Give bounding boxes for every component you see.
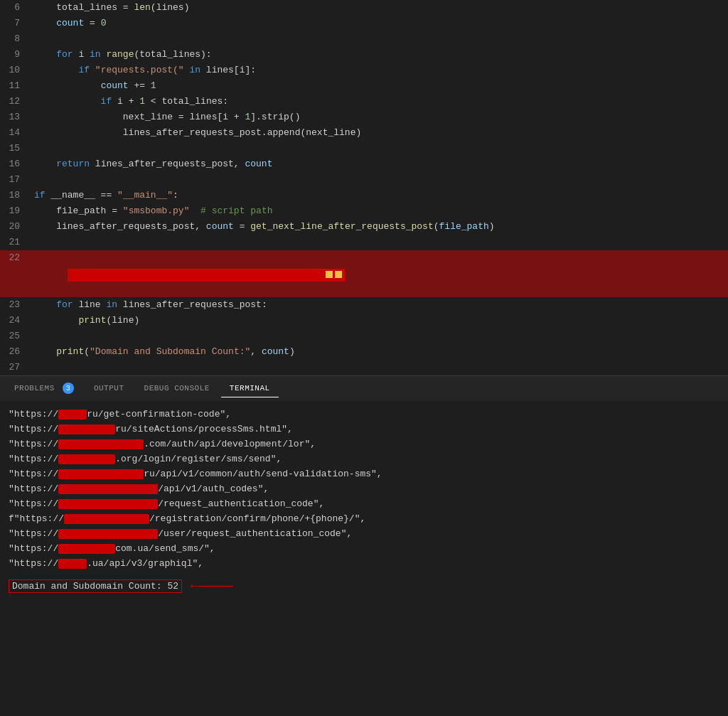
- line-num-13: 13: [0, 109, 28, 125]
- line-content-6: total_lines = len(lines): [28, 0, 728, 16]
- line-num-25: 25: [0, 328, 28, 344]
- terminal-line-4: "https://​.org/login/register/sms/send",: [9, 451, 719, 466]
- tab-problems[interactable]: PROBLEMS 3: [6, 378, 82, 399]
- line-content-10: if "requests.post(" in lines[i]:: [28, 63, 728, 78]
- code-line-10: 10 if "requests.post(" in lines[i]:: [0, 63, 728, 78]
- line-content-18: if __name__ == "__main__":: [28, 188, 728, 203]
- code-editor: 6 total_lines = len(lines) 7 count = 0 8…: [0, 0, 728, 375]
- redacted-8: ​: [64, 514, 149, 524]
- terminal-line-9: "https://​/user/request_authentication_c…: [9, 526, 719, 541]
- terminal-line-3: "https://​.com/auth/api/development/lor"…: [9, 437, 719, 451]
- terminal-line-1: "https://​ru/get-confirmation-code",: [9, 407, 719, 422]
- panel-tabs: PROBLEMS 3 OUTPUT DEBUG CONSOLE TERMINAL: [0, 376, 728, 401]
- code-line-18: 18 if __name__ == "__main__":: [0, 188, 728, 203]
- terminal-line-7: "https://​/request_authentication_code",: [9, 496, 719, 511]
- arrow-icon: ←————: [191, 578, 233, 594]
- redacted-1: ​: [58, 410, 87, 420]
- redacted-9: ​: [58, 529, 158, 539]
- line-content-13: next_line = lines[i + 1].strip(): [28, 109, 728, 125]
- line-content-25: [28, 328, 728, 344]
- code-line-20: 20 lines_after_requests_post, count = ge…: [0, 219, 728, 235]
- redacted-6: ​: [58, 484, 158, 494]
- line-content-26: print("Domain and Subdomain Count:", cou…: [28, 344, 728, 360]
- code-line-14: 14 lines_after_requests_post.append(next…: [0, 125, 728, 141]
- redacted-7: ​: [58, 499, 158, 509]
- line-content-8: [28, 31, 728, 47]
- redacted-4: ​: [58, 454, 115, 464]
- mini-square-2: [335, 271, 342, 278]
- tab-terminal-label: TERMINAL: [230, 384, 270, 392]
- problems-badge: 3: [63, 383, 74, 394]
- redacted-10: ​: [58, 544, 115, 554]
- terminal-line-10: "https://​com.ua/send_sms/",: [9, 541, 719, 556]
- terminal-content: "https://​ru/get-confirmation-code", "ht…: [0, 401, 728, 577]
- line-content-17: [28, 172, 728, 188]
- mini-square-1: [326, 271, 333, 278]
- code-line-13: 13 next_line = lines[i + 1].strip(): [0, 109, 728, 125]
- code-line-19: 19 file_path = "smsbomb.py" # script pat…: [0, 203, 728, 219]
- line-num-7: 7: [0, 16, 28, 31]
- line-num-22: 22: [0, 250, 28, 266]
- terminal-line-2: "https://​ru/siteActions/processSms.html…: [9, 422, 719, 437]
- line-content-27: [28, 360, 728, 375]
- terminal-line-5: "https://​ru/api/v1/common/auth/send-val…: [9, 466, 719, 481]
- code-line-16: 16 return lines_after_requests_post, cou…: [0, 156, 728, 172]
- line-num-15: 15: [0, 141, 28, 156]
- tab-output[interactable]: OUTPUT: [85, 380, 133, 397]
- line-num-10: 10: [0, 63, 28, 78]
- code-line-9: 9 for i in range(total_lines):: [0, 47, 728, 63]
- terminal-line-6: "https://​/api/v1/auth_codes",: [9, 481, 719, 496]
- line-num-19: 19: [0, 203, 28, 219]
- terminal-line-8: f"https://​/registration/confirm/phone/+…: [9, 511, 719, 526]
- line-num-8: 8: [0, 31, 28, 47]
- line-content-22: [28, 250, 728, 297]
- line-num-12: 12: [0, 94, 28, 109]
- code-line-24: 24 print(line): [0, 313, 728, 328]
- line-content-9: for i in range(total_lines):: [28, 47, 728, 63]
- line-num-21: 21: [0, 235, 28, 250]
- tab-terminal[interactable]: TERMINAL: [221, 380, 279, 397]
- code-line-26: 26 print("Domain and Subdomain Count:", …: [0, 344, 728, 360]
- line-num-26: 26: [0, 344, 28, 360]
- line-content-16: return lines_after_requests_post, count: [28, 156, 728, 172]
- line-content-11: count += 1: [28, 78, 728, 94]
- line-content-12: if i + 1 < total_lines:: [28, 94, 728, 109]
- code-line-8: 8: [0, 31, 728, 47]
- line-num-14: 14: [0, 125, 28, 141]
- line-num-17: 17: [0, 172, 28, 188]
- line-content-24: print(line): [28, 313, 728, 328]
- tab-output-label: OUTPUT: [94, 384, 124, 392]
- domain-count-output: Domain and Subdomain Count: 52: [9, 579, 182, 593]
- line-content-7: count = 0: [28, 16, 728, 31]
- code-line-21: 21: [0, 235, 728, 250]
- code-line-22: 22: [0, 250, 728, 297]
- line-content-14: lines_after_requests_post.append(next_li…: [28, 125, 728, 141]
- line-num-27: 27: [0, 360, 28, 375]
- line-num-16: 16: [0, 156, 28, 172]
- redacted-5: ​: [58, 469, 144, 479]
- code-line-11: 11 count += 1: [0, 78, 728, 94]
- code-line-7: 7 count = 0: [0, 16, 728, 31]
- line-content-23: for line in lines_after_requests_post:: [28, 297, 728, 313]
- terminal-last-line: Domain and Subdomain Count: 52 ←————: [0, 577, 728, 596]
- code-line-23: 23 for line in lines_after_requests_post…: [0, 297, 728, 313]
- line-num-11: 11: [0, 78, 28, 94]
- tab-debug-label: DEBUG CONSOLE: [144, 384, 210, 392]
- redacted-2: ​: [58, 424, 115, 434]
- line-content-21: [28, 235, 728, 250]
- line-content-15: [28, 141, 728, 156]
- code-line-17: 17: [0, 172, 728, 188]
- line-content-19: file_path = "smsbomb.py" # script path: [28, 203, 728, 219]
- line-num-23: 23: [0, 297, 28, 313]
- code-line-27: 27: [0, 360, 728, 375]
- terminal-line-11: "https://​.ua/api/v3/graphiql",: [9, 556, 719, 571]
- line-num-9: 9: [0, 47, 28, 63]
- redacted-3: ​: [58, 439, 144, 449]
- line-num-24: 24: [0, 313, 28, 328]
- code-line-25: 25: [0, 328, 728, 344]
- line-num-18: 18: [0, 188, 28, 203]
- code-line-12: 12 if i + 1 < total_lines:: [0, 94, 728, 109]
- code-line-6: 6 total_lines = len(lines): [0, 0, 728, 16]
- redacted-11: ​: [58, 559, 87, 569]
- tab-debug-console[interactable]: DEBUG CONSOLE: [136, 380, 218, 397]
